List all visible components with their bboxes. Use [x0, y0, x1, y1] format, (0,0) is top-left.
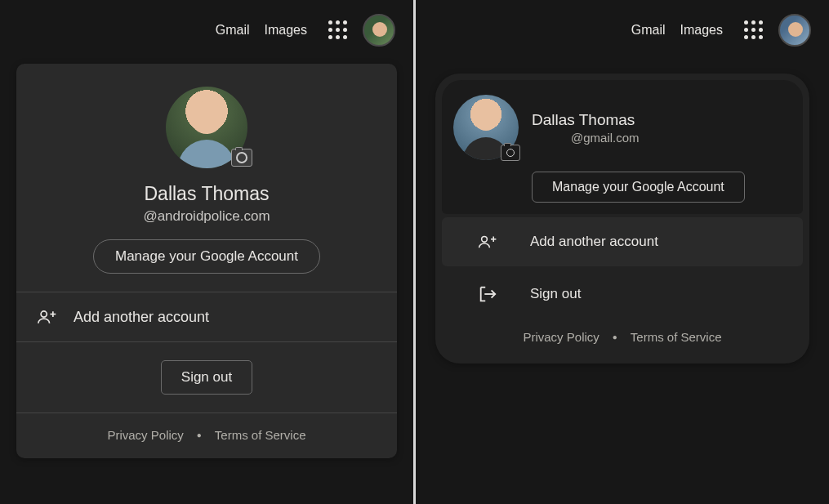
manage-account-button[interactable]: Manage your Google Account: [93, 239, 320, 274]
sign-out-button[interactable]: Sign out: [161, 360, 252, 395]
user-email: @gmail.com: [571, 131, 791, 145]
sign-out-label: Sign out: [530, 286, 581, 302]
profile-section: Dallas Thomas @gmail.com Manage your Goo…: [442, 80, 803, 214]
person-add-icon: [38, 307, 57, 327]
person-add-icon: [478, 232, 497, 252]
gmail-link[interactable]: Gmail: [631, 23, 666, 38]
user-name: Dallas Thomas: [532, 111, 791, 129]
avatar-wrap: [166, 87, 247, 168]
privacy-policy-link[interactable]: Privacy Policy: [523, 330, 599, 344]
terms-link[interactable]: Terms of Service: [631, 330, 722, 344]
add-account-row[interactable]: Add another account: [442, 217, 803, 266]
footer-links: Privacy Policy ● Terms of Service: [442, 319, 803, 357]
avatar[interactable]: [778, 14, 811, 47]
footer-links: Privacy Policy ● Terms of Service: [16, 413, 397, 458]
camera-icon[interactable]: [231, 149, 252, 167]
topbar: Gmail Images: [416, 0, 829, 46]
camera-icon[interactable]: [501, 145, 520, 161]
bullet-separator: ●: [613, 333, 617, 341]
panel-left-old-style: Gmail Images Dallas Thomas @androidpolic…: [0, 0, 413, 504]
add-account-label: Add another account: [74, 309, 209, 326]
avatar-wrap: [453, 95, 519, 160]
terms-link[interactable]: Terms of Service: [215, 428, 306, 442]
manage-account-button[interactable]: Manage your Google Account: [532, 172, 745, 203]
sign-out-icon: [478, 284, 497, 304]
panel-right-new-style: Gmail Images Dallas Thomas @gmail.com Ma…: [416, 0, 829, 504]
sign-out-section: Sign out: [442, 270, 803, 319]
images-link[interactable]: Images: [680, 23, 723, 38]
svg-point-3: [482, 236, 488, 242]
privacy-policy-link[interactable]: Privacy Policy: [107, 428, 183, 442]
user-name: Dallas Thomas: [16, 183, 397, 205]
svg-point-0: [41, 311, 47, 317]
topbar: Gmail Images: [0, 0, 413, 46]
account-menu-card: Dallas Thomas @gmail.com Manage your Goo…: [435, 74, 809, 364]
add-account-section: Add another account: [442, 217, 803, 266]
apps-grid-icon[interactable]: [744, 20, 764, 40]
account-menu-card: Dallas Thomas @androidpolice.com Manage …: [16, 64, 397, 458]
sign-out-row[interactable]: Sign out: [442, 270, 803, 319]
avatar[interactable]: [363, 14, 395, 47]
gmail-link[interactable]: Gmail: [216, 23, 250, 38]
apps-grid-icon[interactable]: [328, 20, 348, 40]
user-email: @androidpolice.com: [16, 208, 397, 225]
bullet-separator: ●: [197, 431, 202, 439]
images-link[interactable]: Images: [265, 23, 307, 38]
add-account-label: Add another account: [530, 234, 658, 250]
add-account-row[interactable]: Add another account: [16, 292, 397, 341]
